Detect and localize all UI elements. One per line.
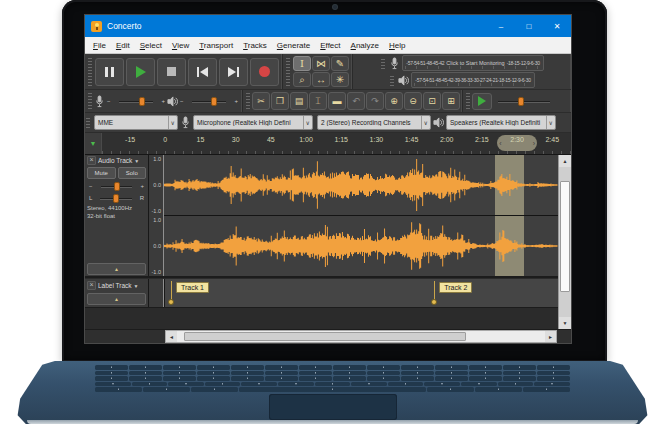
solo-button[interactable]: Solo: [118, 167, 147, 179]
scroll-left-arrow[interactable]: ◄: [166, 331, 177, 342]
draw-tool-button[interactable]: ✎: [331, 56, 349, 71]
recording-meter-row: -57-54-51-48-45-42 Click to Start Monito…: [380, 55, 543, 71]
time-label-1:00: 1:00: [299, 136, 313, 143]
label-text[interactable]: Track 2: [439, 282, 472, 293]
recording-channels-select[interactable]: 2 (Stereo) Recording Channels ∨: [317, 115, 431, 130]
label-text[interactable]: Track 1: [176, 282, 209, 293]
track-name[interactable]: Audio Track: [98, 157, 132, 164]
label-knob[interactable]: [168, 299, 174, 305]
laptop-key: [461, 382, 497, 387]
menu-effect[interactable]: Effect: [315, 41, 345, 50]
laptop-key: [163, 371, 196, 376]
close-button[interactable]: ✕: [543, 15, 571, 37]
maximize-button[interactable]: □: [515, 15, 543, 37]
track-close-button[interactable]: ×: [87, 281, 96, 290]
pause-button[interactable]: [95, 58, 124, 86]
scroll-up-arrow[interactable]: ▲: [559, 155, 571, 167]
record-button[interactable]: [250, 58, 279, 86]
toolbar-grip[interactable]: [88, 93, 92, 109]
menu-edit[interactable]: Edit: [111, 41, 135, 50]
label-ruler-spacer: [149, 279, 164, 307]
undo-button[interactable]: ↶: [347, 92, 365, 110]
scale-label: 0.0: [153, 243, 161, 249]
recording-device-select[interactable]: Microphone (Realtek High Defini ∨: [193, 115, 313, 130]
playback-meter[interactable]: -57-54-51-48-45-42-39-36-33-30-27-24-21-…: [411, 72, 534, 88]
audio-host-select[interactable]: MME ∨: [94, 115, 178, 130]
laptop-spacebar: [239, 387, 427, 392]
horizontal-scrollbar[interactable]: ◄ ►: [165, 330, 557, 343]
multi-tool-button[interactable]: ✳: [331, 72, 349, 87]
label-track-panel: × Label Track ▼ ▲: [85, 279, 149, 307]
copy-button[interactable]: ❐: [271, 92, 289, 110]
title-bar[interactable]: Concerto – □ ✕: [85, 15, 571, 37]
recording-volume-slider[interactable]: [113, 95, 160, 107]
menu-analyze[interactable]: Analyze: [346, 41, 384, 50]
menu-select[interactable]: Select: [135, 41, 167, 50]
timeline: ▼ ‹›-1501530451:001:151:301:452:002:152:…: [85, 133, 571, 155]
zoom-tool-button[interactable]: ⌕: [293, 72, 311, 87]
track-close-button[interactable]: ×: [87, 156, 96, 165]
track-name[interactable]: Label Track: [98, 282, 132, 289]
timeline-ruler[interactable]: ‹›-1501530451:001:151:301:452:002:152:30…: [102, 133, 571, 154]
selection-tool-button[interactable]: I: [293, 56, 311, 71]
laptop-key: [333, 371, 366, 376]
trim-audio-button[interactable]: ⌶: [309, 92, 327, 110]
laptop-key: [401, 376, 434, 381]
menu-file[interactable]: File: [88, 41, 111, 50]
gain-min-label: −: [87, 183, 95, 189]
menu-tracks[interactable]: Tracks: [238, 41, 272, 50]
timeline-options-button[interactable]: ▼: [85, 133, 102, 154]
stop-button[interactable]: [157, 58, 186, 86]
zoom-project-button[interactable]: ⊞: [442, 92, 460, 110]
toolbar-grip[interactable]: [466, 93, 470, 109]
track-collapse-button[interactable]: ▲: [87, 293, 146, 305]
recording-meter[interactable]: -57-54-51-48-45-42 Click to Start Monito…: [402, 55, 543, 71]
menu-bar: FileEditSelectViewTransportTracksGenerat…: [85, 37, 571, 54]
redo-button[interactable]: ↷: [366, 92, 384, 110]
toolbar-grip[interactable]: [88, 57, 92, 86]
horizontal-scrollbar-thumb[interactable]: [184, 332, 466, 341]
zoom-in-button[interactable]: ⊕: [385, 92, 403, 110]
zoom-selection-button[interactable]: ⊡: [423, 92, 441, 110]
playback-volume-slider[interactable]: [186, 95, 233, 107]
playback-device-select[interactable]: Speakers (Realtek High Definiti ∨: [446, 115, 556, 130]
scroll-down-arrow[interactable]: ▼: [559, 317, 571, 329]
selection-left-handle[interactable]: ‹: [499, 140, 501, 147]
toolbar-grip[interactable]: [390, 74, 394, 86]
menu-help[interactable]: Help: [384, 41, 410, 50]
skip-start-button[interactable]: [188, 58, 217, 86]
cut-button[interactable]: ✂: [252, 92, 270, 110]
menu-generate[interactable]: Generate: [272, 41, 315, 50]
envelope-tool-button[interactable]: ⋈: [312, 56, 330, 71]
vertical-scale-ruler: 1.00.0-1.01.00.0-1.0: [149, 155, 164, 276]
menu-transport[interactable]: Transport: [194, 41, 238, 50]
play-at-speed-button[interactable]: [472, 93, 492, 110]
toolbar-grip[interactable]: [381, 57, 385, 69]
menu-view[interactable]: View: [167, 41, 194, 50]
silence-audio-button[interactable]: ▬: [328, 92, 346, 110]
toolbar-grip[interactable]: [86, 117, 90, 128]
zoom-out-button[interactable]: ⊖: [404, 92, 422, 110]
selection-right-handle[interactable]: ›: [533, 140, 535, 147]
toolbar-grip[interactable]: [246, 93, 250, 109]
track-menu-arrow-icon[interactable]: ▼: [134, 283, 139, 289]
scroll-right-arrow[interactable]: ►: [545, 331, 556, 342]
skip-end-button[interactable]: [219, 58, 248, 86]
minimize-button[interactable]: –: [487, 15, 515, 37]
paste-button[interactable]: ▤: [290, 92, 308, 110]
toolbar-grip[interactable]: [286, 57, 290, 86]
track-menu-arrow-icon[interactable]: ▼: [134, 158, 139, 164]
timeshift-tool-button[interactable]: ↔: [312, 72, 330, 87]
pan-slider[interactable]: [94, 192, 137, 203]
track-collapse-button[interactable]: ▲: [87, 263, 146, 275]
play-button[interactable]: [126, 58, 155, 86]
vertical-scrollbar-thumb[interactable]: [560, 181, 570, 292]
play-speed-slider[interactable]: [492, 95, 556, 107]
label-knob[interactable]: [431, 299, 437, 305]
label-track-content[interactable]: Track 1Track 2: [164, 279, 558, 307]
gain-slider[interactable]: [95, 180, 139, 191]
vertical-scrollbar[interactable]: ▲ ▼: [558, 155, 571, 329]
mute-button[interactable]: Mute: [87, 167, 116, 179]
waveform-channel-right[interactable]: [164, 216, 558, 276]
waveform-channel-left[interactable]: [164, 155, 558, 216]
